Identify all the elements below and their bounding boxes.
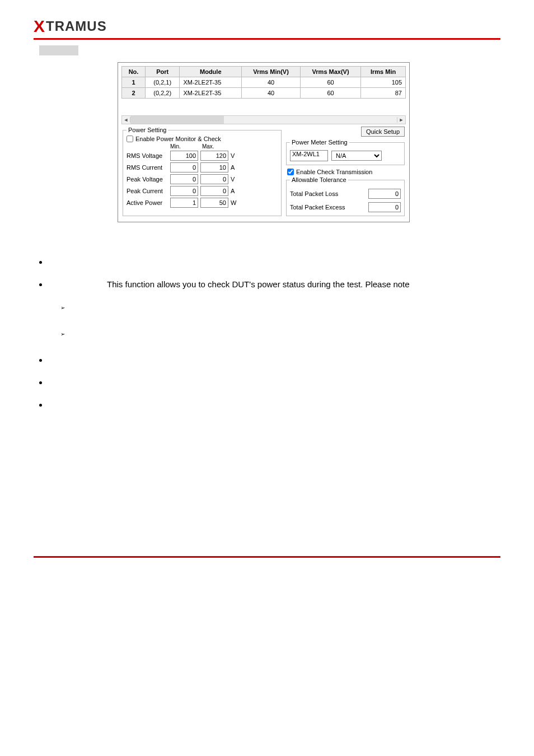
col-no[interactable]: No. <box>122 67 146 77</box>
power-meter-setting-fieldset: Power Meter Setting XM-2WL1 N/A <box>286 139 405 165</box>
max-header: Max. <box>202 143 214 150</box>
power-meter-setting-legend: Power Meter Setting <box>290 139 349 146</box>
pms-option-select[interactable]: N/A <box>331 151 382 161</box>
gray-placeholder <box>39 45 78 55</box>
body-line: This function allows you to check DUT's … <box>107 279 410 289</box>
col-module[interactable]: Module <box>180 67 242 77</box>
col-vmin[interactable]: Vrms Min(V) <box>242 67 301 77</box>
rms-voltage-min[interactable] <box>170 151 198 161</box>
power-setting-legend: Power Setting <box>127 127 168 133</box>
active-power-max[interactable] <box>200 198 228 208</box>
active-power-min[interactable] <box>170 198 198 208</box>
body-text: xxxxxxxxxxxxxxThis function allows you t… <box>34 256 500 410</box>
table-row[interactable]: 2 (0,2,2) XM-2LE2T-35 40 60 87 <box>122 88 406 99</box>
enable-power-monitor-checkbox[interactable] <box>127 136 133 142</box>
peak-current-max[interactable] <box>200 186 228 196</box>
peak-voltage-label: Peak Voltage <box>127 176 168 183</box>
sub-bullet-item <box>60 327 500 339</box>
power-setting-fieldset: Power Setting Enable Power Monitor & Che… <box>123 127 282 216</box>
logo-text: TRAMUS <box>46 18 107 34</box>
rms-voltage-label: RMS Voltage <box>127 152 168 159</box>
bullet-item <box>48 256 500 268</box>
scroll-left-icon[interactable]: ◄ <box>122 117 130 123</box>
bullet-item: xxxxxxxxxxxxxxThis function allows you t… <box>48 278 500 339</box>
enable-check-transmission-label: Enable Check Transmission <box>296 169 372 175</box>
col-vmax[interactable]: Vrms Max(V) <box>301 67 361 77</box>
scroll-right-icon[interactable]: ► <box>397 117 405 123</box>
rms-voltage-max[interactable] <box>200 151 228 161</box>
peak-voltage-max[interactable] <box>200 174 228 184</box>
port-table: No. Port Module Vrms Min(V) Vrms Max(V) … <box>121 66 406 99</box>
peak-current-min[interactable] <box>170 186 198 196</box>
enable-check-transmission-checkbox[interactable] <box>287 169 294 175</box>
footer-divider <box>34 556 500 558</box>
total-packet-loss-input[interactable] <box>368 189 401 199</box>
scroll-track[interactable] <box>130 116 397 124</box>
allowable-tolerance-legend: Allowable Tolerance <box>290 176 348 183</box>
col-imin[interactable]: Irms Min <box>361 67 406 77</box>
horizontal-scrollbar[interactable]: ◄ ► <box>121 115 406 124</box>
quick-setup-button[interactable]: Quick Setup <box>361 127 405 137</box>
logo-x-icon: X <box>34 17 45 36</box>
bullet-item <box>48 399 500 411</box>
rms-current-min[interactable] <box>170 162 198 172</box>
pms-device: XM-2WL1 <box>290 150 328 161</box>
logo: XTRAMUS <box>34 17 500 36</box>
total-packet-excess-input[interactable] <box>368 202 401 212</box>
col-port[interactable]: Port <box>146 67 180 77</box>
scroll-thumb[interactable] <box>130 116 224 124</box>
bullet-item <box>48 376 500 389</box>
total-packet-loss-label: Total Packet Loss <box>290 190 338 197</box>
allowable-tolerance-fieldset: Allowable Tolerance Total Packet Loss To… <box>286 176 405 216</box>
active-power-label: Active Power <box>127 199 168 206</box>
bullet-item <box>48 354 500 366</box>
rms-current-max[interactable] <box>200 162 228 172</box>
peak-current-label: Peak Current <box>127 188 168 194</box>
total-packet-excess-label: Total Packet Excess <box>290 204 345 211</box>
settings-panel: No. Port Module Vrms Min(V) Vrms Max(V) … <box>118 62 410 222</box>
rms-current-label: RMS Current <box>127 164 168 171</box>
header-divider <box>34 38 500 40</box>
sub-bullet-item <box>60 301 500 313</box>
min-header: Min. <box>170 143 181 150</box>
table-row[interactable]: 1 (0,2,1) XM-2LE2T-35 40 60 105 <box>122 77 406 88</box>
peak-voltage-min[interactable] <box>170 174 198 184</box>
enable-power-monitor-label: Enable Power Monitor & Check <box>135 136 221 142</box>
